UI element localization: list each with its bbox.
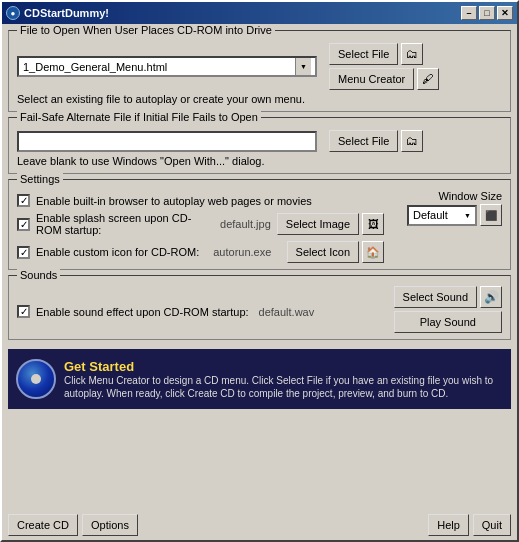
- file-dropdown[interactable]: 1_Demo_General_Menu.html ▼: [17, 56, 317, 77]
- sound-checkbox-label: Enable sound effect upon CD-ROM startup:: [36, 306, 249, 318]
- icon-value: autorun.exe: [213, 246, 271, 258]
- failsafe-input[interactable]: [17, 131, 317, 152]
- window-title: CDStartDummy!: [24, 7, 461, 19]
- window-size-icon[interactable]: ⬛: [480, 204, 502, 226]
- options-button[interactable]: Options: [82, 514, 138, 536]
- content-area: File to Open When User Places CD-ROM int…: [2, 24, 517, 510]
- app-icon: ●: [6, 6, 20, 20]
- quit-button[interactable]: Quit: [473, 514, 511, 536]
- minimize-button[interactable]: –: [461, 6, 477, 20]
- select-image-button[interactable]: Select Image: [277, 213, 359, 235]
- menu-creator-button[interactable]: Menu Creator: [329, 68, 414, 90]
- file-dropdown-value: 1_Demo_General_Menu.html: [23, 61, 167, 73]
- window-size-arrow-icon: ▼: [464, 212, 471, 219]
- sound-buttons: Select Sound 🔊 Play Sound: [394, 286, 502, 333]
- select-file-icon-2[interactable]: 🗂: [401, 130, 423, 152]
- icon-checkbox-label: Enable custom icon for CD-ROM:: [36, 246, 199, 258]
- select-icon-button[interactable]: Select Icon: [287, 241, 359, 263]
- window-size-dropdown[interactable]: Default ▼: [407, 205, 477, 226]
- failsafe-group-label: Fail-Safe Alternate File if Initial File…: [17, 111, 261, 123]
- sound-checkbox-row: Enable sound effect upon CD-ROM startup:…: [17, 305, 314, 318]
- browser-checkbox[interactable]: [17, 194, 30, 207]
- cd-icon: [16, 359, 56, 399]
- failsafe-helper-text: Leave blank to use Windows "Open With...…: [17, 155, 502, 167]
- close-button[interactable]: ✕: [497, 6, 513, 20]
- get-started-panel: Get Started Click Menu Creator to design…: [8, 349, 511, 409]
- file-group: File to Open When User Places CD-ROM int…: [8, 30, 511, 112]
- window-size-label: Window Size: [438, 190, 502, 202]
- sounds-group-label: Sounds: [17, 269, 60, 281]
- bottom-bar: Create CD Options Help Quit: [2, 510, 517, 540]
- settings-group-label: Settings: [17, 173, 63, 185]
- select-image-icon[interactable]: 🖼: [362, 213, 384, 235]
- browser-checkbox-row: Enable built-in browser to autoplay web …: [17, 194, 384, 207]
- browser-checkbox-label: Enable built-in browser to autoplay web …: [36, 195, 312, 207]
- select-sound-icon[interactable]: 🔊: [480, 286, 502, 308]
- sound-checkbox[interactable]: [17, 305, 30, 318]
- bottom-right-buttons: Help Quit: [428, 514, 511, 536]
- icon-checkbox-row: Enable custom icon for CD-ROM: autorun.e…: [17, 241, 384, 263]
- create-cd-button[interactable]: Create CD: [8, 514, 78, 536]
- select-file-icon-1[interactable]: 🗂: [401, 43, 423, 65]
- select-file-button-1[interactable]: Select File: [329, 43, 398, 65]
- dropdown-arrow-icon: ▼: [295, 58, 311, 75]
- splash-value: default.jpg: [220, 218, 271, 230]
- help-button[interactable]: Help: [428, 514, 469, 536]
- sounds-group: Sounds Enable sound effect upon CD-ROM s…: [8, 275, 511, 340]
- select-file-button-2[interactable]: Select File: [329, 130, 398, 152]
- icon-checkbox[interactable]: [17, 246, 30, 259]
- play-sound-button[interactable]: Play Sound: [394, 311, 502, 333]
- menu-creator-icon[interactable]: 🖋: [417, 68, 439, 90]
- window-size-value: Default: [413, 209, 448, 221]
- maximize-button[interactable]: □: [479, 6, 495, 20]
- splash-checkbox[interactable]: [17, 218, 30, 231]
- title-bar-buttons: – □ ✕: [461, 6, 513, 20]
- bottom-left-buttons: Create CD Options: [8, 514, 138, 536]
- main-window: ● CDStartDummy! – □ ✕ File to Open When …: [0, 0, 519, 542]
- get-started-text: Click Menu Creator to design a CD menu. …: [64, 374, 503, 400]
- select-icon-icon[interactable]: 🏠: [362, 241, 384, 263]
- sound-value: default.wav: [259, 306, 315, 318]
- get-started-label: Get Started: [64, 359, 503, 374]
- title-bar: ● CDStartDummy! – □ ✕: [2, 2, 517, 24]
- select-sound-button[interactable]: Select Sound: [394, 286, 477, 308]
- file-group-label: File to Open When User Places CD-ROM int…: [17, 24, 275, 36]
- cd-hole: [31, 374, 41, 384]
- failsafe-group: Fail-Safe Alternate File if Initial File…: [8, 117, 511, 174]
- file-helper-text: Select an existing file to autoplay or c…: [17, 93, 502, 105]
- splash-checkbox-label: Enable splash screen upon CD-ROM startup…: [36, 212, 214, 236]
- settings-group: Settings Enable built-in browser to auto…: [8, 179, 511, 270]
- splash-checkbox-row: Enable splash screen upon CD-ROM startup…: [17, 212, 384, 236]
